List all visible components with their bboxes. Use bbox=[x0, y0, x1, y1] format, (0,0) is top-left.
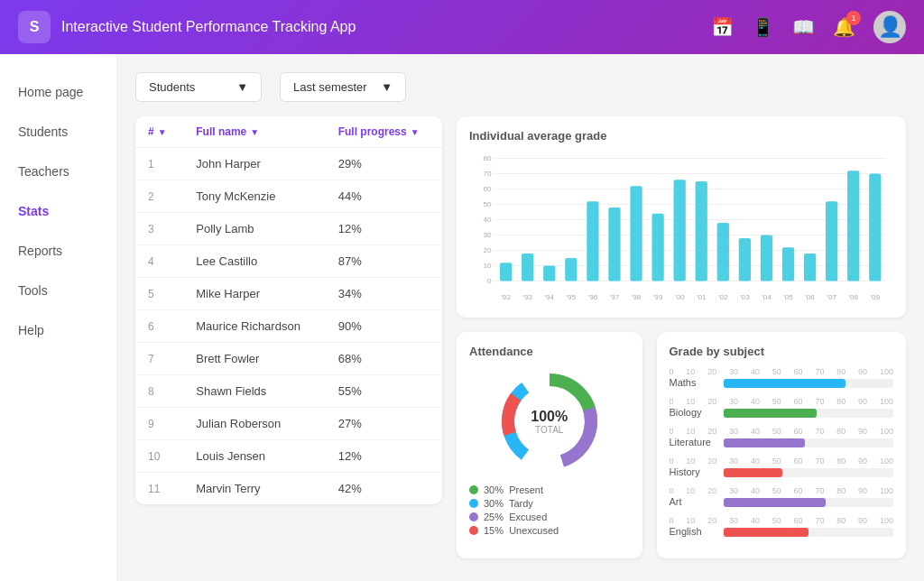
sidebar-item-stats[interactable]: Stats bbox=[0, 191, 116, 231]
subject-row: 0102030405060708090100 Art bbox=[670, 486, 894, 509]
svg-text:'04: '04 bbox=[762, 294, 772, 302]
svg-rect-26 bbox=[674, 180, 686, 281]
svg-text:'06: '06 bbox=[805, 294, 815, 302]
table-row: 2 Tony McKenzie 44% bbox=[135, 180, 442, 213]
legend-item: 25% Excused bbox=[469, 512, 630, 522]
cell-num: 1 bbox=[135, 148, 183, 180]
table-row: 3 Polly Lamb 12% bbox=[135, 213, 442, 245]
cell-num: 6 bbox=[135, 310, 183, 343]
phone-icon[interactable]: 📱 bbox=[752, 16, 774, 38]
sidebar-item-students[interactable]: Students bbox=[0, 112, 116, 152]
content-grid: # ▼ Full name ▼ Full progress ▼ bbox=[135, 116, 906, 558]
grade-subject-title: Grade by subject bbox=[670, 345, 894, 358]
svg-text:'95: '95 bbox=[567, 294, 577, 302]
subject-bars: 0102030405060708090100 Maths 01020304050… bbox=[670, 367, 894, 539]
main-content: Students ▼ Last semester ▼ # ▼ bbox=[117, 54, 924, 581]
svg-rect-30 bbox=[761, 235, 772, 281]
cell-name: Julian Roberson bbox=[183, 408, 325, 440]
cell-name: Shawn Fields bbox=[183, 375, 325, 408]
legend-item: 15% Unexcused bbox=[469, 525, 630, 536]
svg-rect-20 bbox=[543, 266, 555, 281]
sidebar: Home page Students Teachers Stats Report… bbox=[0, 54, 117, 581]
cell-progress: 68% bbox=[326, 343, 442, 375]
cell-name: Lee Castillo bbox=[183, 245, 325, 278]
donut-pct: 100% bbox=[531, 409, 568, 425]
col-progress-header[interactable]: Full progress ▼ bbox=[326, 116, 442, 148]
cell-name: Brett Fowler bbox=[183, 343, 325, 375]
cell-progress: 90% bbox=[326, 310, 442, 343]
students-filter[interactable]: Students ▼ bbox=[135, 72, 262, 102]
svg-text:60: 60 bbox=[483, 186, 492, 194]
svg-rect-33 bbox=[826, 201, 837, 281]
subject-scale: 0102030405060708090100 bbox=[670, 397, 894, 406]
subject-name: Biology bbox=[670, 407, 716, 418]
table-row: 4 Lee Castillo 87% bbox=[135, 245, 442, 278]
grade-subject-card: Grade by subject 0102030405060708090100 … bbox=[657, 332, 907, 558]
subject-row: 0102030405060708090100 History bbox=[670, 456, 894, 479]
table-row: 11 Marvin Terry 42% bbox=[135, 473, 442, 505]
cell-progress: 55% bbox=[326, 375, 442, 408]
num-sort-icon: ▼ bbox=[158, 127, 167, 137]
cell-name: Polly Lamb bbox=[183, 213, 325, 245]
sidebar-item-teachers[interactable]: Teachers bbox=[0, 152, 116, 191]
cell-num: 7 bbox=[135, 343, 183, 375]
svg-rect-21 bbox=[565, 258, 577, 281]
calendar-icon[interactable]: 📅 bbox=[711, 16, 734, 38]
cell-progress: 34% bbox=[326, 278, 442, 310]
table-row: 7 Brett Fowler 68% bbox=[135, 343, 442, 375]
subject-name: History bbox=[670, 466, 716, 477]
table-row: 6 Maurice Richardson 90% bbox=[135, 310, 442, 343]
cell-num: 5 bbox=[135, 278, 183, 310]
subject-bar bbox=[724, 498, 826, 507]
students-table-card: # ▼ Full name ▼ Full progress ▼ bbox=[135, 116, 442, 504]
subject-scale: 0102030405060708090100 bbox=[670, 516, 894, 525]
subject-row: 0102030405060708090100 English bbox=[670, 516, 894, 539]
right-panel: Individual average grade 010203040506070… bbox=[457, 116, 906, 558]
subject-name: English bbox=[670, 526, 716, 537]
notification-badge: 1 bbox=[846, 11, 861, 25]
sidebar-item-reports[interactable]: Reports bbox=[0, 231, 116, 271]
sidebar-item-help[interactable]: Help bbox=[0, 310, 116, 350]
cell-num: 4 bbox=[135, 245, 183, 278]
svg-text:'03: '03 bbox=[740, 294, 750, 302]
subject-bar-track bbox=[724, 498, 894, 507]
students-filter-arrow: ▼ bbox=[236, 80, 248, 94]
left-panel: # ▼ Full name ▼ Full progress ▼ bbox=[135, 116, 442, 558]
svg-text:'96: '96 bbox=[588, 294, 598, 302]
cell-name: Maurice Richardson bbox=[183, 310, 325, 343]
sidebar-item-homepage[interactable]: Home page bbox=[0, 72, 116, 112]
cell-progress: 12% bbox=[326, 213, 442, 245]
subject-bar-track bbox=[724, 379, 894, 388]
legend-item: 30% Tardy bbox=[469, 498, 630, 509]
attendance-legend: 30% Present30% Tardy25% Excused15% Unexc… bbox=[469, 484, 630, 536]
subject-scale: 0102030405060708090100 bbox=[670, 427, 894, 436]
subject-scale: 0102030405060708090100 bbox=[670, 486, 894, 495]
cell-name: Marvin Terry bbox=[183, 473, 325, 505]
col-name-header[interactable]: Full name ▼ bbox=[183, 116, 325, 148]
svg-text:80: 80 bbox=[483, 155, 492, 163]
svg-rect-28 bbox=[717, 223, 729, 281]
svg-rect-34 bbox=[847, 171, 859, 281]
attendance-card: Attendance 100% TOTAL 30% Present30% Tar… bbox=[457, 332, 642, 558]
bell-icon[interactable]: 🔔 1 bbox=[833, 16, 855, 38]
table-row: 9 Julian Roberson 27% bbox=[135, 408, 442, 440]
sidebar-item-tools[interactable]: Tools bbox=[0, 271, 116, 310]
cell-num: 9 bbox=[135, 408, 183, 440]
donut-total: TOTAL bbox=[531, 425, 568, 435]
cell-num: 2 bbox=[135, 180, 183, 213]
book-icon[interactable]: 📖 bbox=[792, 16, 815, 38]
svg-rect-29 bbox=[739, 238, 751, 281]
col-num-header[interactable]: # ▼ bbox=[135, 116, 183, 148]
app-header: S Interactive Student Performance Tracki… bbox=[0, 0, 924, 54]
subject-bar-track bbox=[724, 409, 894, 418]
table-row: 1 John Harper 29% bbox=[135, 148, 442, 180]
cell-progress: 42% bbox=[326, 473, 442, 505]
svg-text:'02: '02 bbox=[718, 294, 728, 302]
period-filter[interactable]: Last semester ▼ bbox=[280, 72, 406, 102]
students-filter-label: Students bbox=[149, 80, 195, 94]
svg-rect-24 bbox=[630, 186, 642, 281]
user-avatar[interactable]: 👤 bbox=[873, 11, 906, 43]
subject-bar bbox=[724, 409, 818, 418]
name-sort-icon: ▼ bbox=[250, 127, 259, 137]
cell-progress: 44% bbox=[326, 180, 442, 213]
